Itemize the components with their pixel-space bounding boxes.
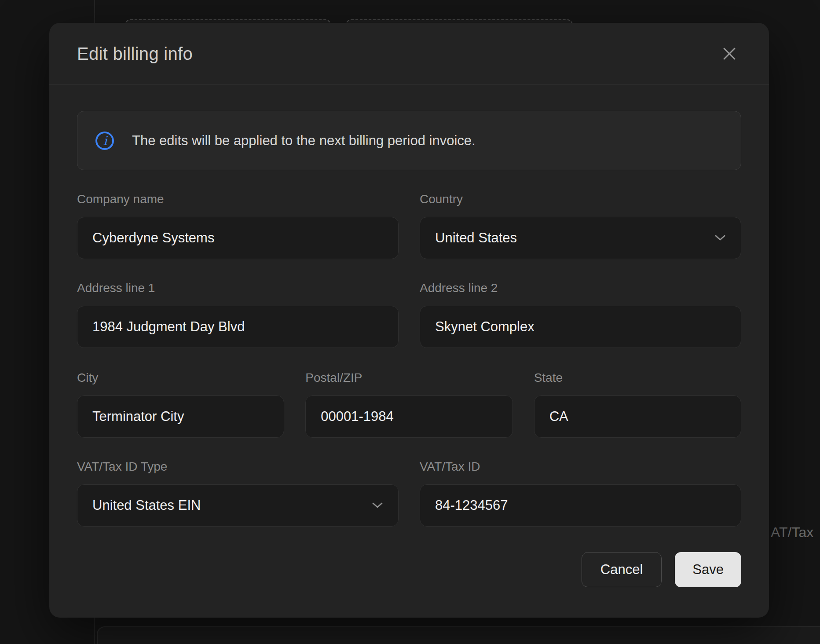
city-label: City [77, 371, 284, 385]
background-partial-text: AT/Tax [771, 524, 813, 541]
close-icon [721, 45, 738, 62]
modal-header: Edit billing info [49, 23, 769, 85]
field-vat-type: VAT/Tax ID Type United States EIN [77, 460, 399, 527]
company-name-label: Company name [77, 192, 399, 206]
state-label: State [534, 371, 741, 385]
info-banner-text: The edits will be applied to the next bi… [132, 133, 476, 149]
chevron-down-icon [714, 234, 726, 242]
field-city: City [77, 371, 284, 438]
company-name-input[interactable] [77, 217, 399, 259]
vat-type-label: VAT/Tax ID Type [77, 460, 399, 474]
edit-billing-modal: Edit billing info i The edits will be ap… [49, 23, 769, 618]
field-state: State [534, 371, 741, 438]
vat-type-select-value: United States EIN [92, 498, 201, 513]
info-icon: i [95, 131, 114, 150]
country-select-value: United States [435, 230, 517, 246]
vat-id-input[interactable] [420, 484, 741, 527]
vat-type-select[interactable]: United States EIN [77, 484, 399, 527]
field-address1: Address line 1 [77, 281, 399, 348]
city-input[interactable] [77, 395, 284, 438]
vat-id-label: VAT/Tax ID [420, 460, 741, 474]
cancel-button[interactable]: Cancel [582, 552, 662, 587]
close-button[interactable] [715, 40, 743, 68]
field-country: Country United States [420, 192, 741, 259]
country-label: Country [420, 192, 741, 206]
svg-text:i: i [103, 134, 108, 148]
field-vat-id: VAT/Tax ID [420, 460, 741, 527]
modal-body: i The edits will be applied to the next … [49, 111, 769, 587]
field-address2: Address line 2 [420, 281, 741, 348]
postal-label: Postal/ZIP [305, 371, 512, 385]
field-company-name: Company name [77, 192, 399, 259]
field-postal: Postal/ZIP [305, 371, 512, 438]
address1-label: Address line 1 [77, 281, 399, 295]
info-banner: i The edits will be applied to the next … [77, 111, 741, 170]
modal-footer: Cancel Save [77, 552, 741, 587]
postal-input[interactable] [305, 395, 512, 438]
state-input[interactable] [534, 395, 741, 438]
address2-label: Address line 2 [420, 281, 741, 295]
country-select[interactable]: United States [420, 217, 741, 259]
save-button[interactable]: Save [675, 552, 741, 587]
background-bottom-card-edge [97, 626, 820, 644]
address2-input[interactable] [420, 306, 741, 348]
address1-input[interactable] [77, 306, 399, 348]
modal-title: Edit billing info [77, 44, 193, 64]
chevron-down-icon [372, 502, 383, 509]
